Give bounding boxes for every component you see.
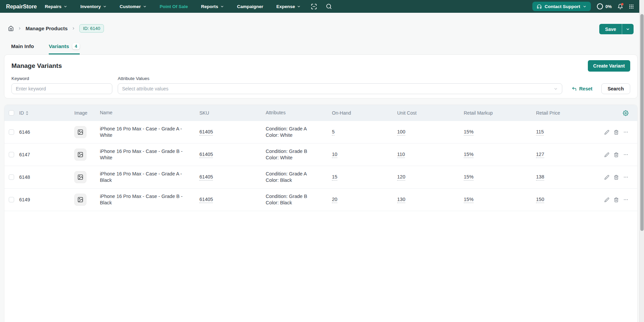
table-body: 6146 iPhone 16 Pro Max - Case - Grade A … bbox=[4, 121, 637, 211]
variant-sku[interactable]: 61405 bbox=[199, 174, 213, 180]
variant-attributes: Condition: Grade A Color: White bbox=[266, 121, 332, 143]
attribute-color: Color: Black bbox=[266, 177, 292, 184]
variant-sku[interactable]: 61405 bbox=[199, 197, 213, 203]
more-button[interactable] bbox=[623, 152, 629, 157]
brand-logo[interactable]: RepairStore bbox=[6, 3, 37, 10]
column-attributes: Attributes bbox=[266, 110, 286, 116]
save-button[interactable]: Save bbox=[599, 24, 622, 34]
variant-image-placeholder[interactable] bbox=[74, 171, 86, 183]
edit-button[interactable] bbox=[604, 175, 609, 180]
on-hand-value[interactable]: 10 bbox=[332, 152, 337, 158]
chevron-down-icon bbox=[626, 27, 630, 31]
unit-cost-value[interactable]: 130 bbox=[397, 197, 405, 203]
delete-button[interactable] bbox=[614, 175, 619, 180]
tab-bar: Main Info Variants 4 bbox=[11, 43, 80, 54]
variant-attributes: Condition: Grade B Color: White bbox=[266, 144, 332, 166]
column-on-hand: On-Hand bbox=[332, 110, 351, 116]
table-row: 6146 iPhone 16 Pro Max - Case - Grade A … bbox=[4, 121, 637, 144]
column-retail-price: Retail Price bbox=[536, 110, 560, 116]
variant-image-placeholder[interactable] bbox=[74, 126, 86, 138]
variant-sku[interactable]: 61405 bbox=[199, 152, 213, 158]
contact-support-button[interactable]: Contact Support bbox=[532, 2, 591, 11]
on-hand-value[interactable]: 15 bbox=[332, 174, 337, 180]
product-id-badge: ID: 6140 bbox=[79, 24, 104, 33]
search-icon[interactable] bbox=[326, 3, 332, 9]
row-checkbox[interactable] bbox=[9, 152, 14, 157]
gear-icon[interactable] bbox=[623, 110, 629, 116]
usage-indicator[interactable]: 0% bbox=[597, 3, 612, 10]
row-checkbox[interactable] bbox=[9, 129, 14, 135]
nav-repairs[interactable]: Repairs bbox=[45, 4, 67, 9]
nav-reports[interactable]: Reports bbox=[201, 4, 224, 9]
image-placeholder-icon bbox=[77, 129, 83, 135]
variant-id: 6149 bbox=[19, 197, 30, 202]
variant-id: 6146 bbox=[19, 129, 30, 135]
attribute-condition: Condition: Grade A bbox=[266, 126, 307, 132]
keyword-label: Keyword bbox=[11, 76, 112, 81]
select-all-checkbox[interactable] bbox=[9, 110, 14, 116]
unit-cost-value[interactable]: 100 bbox=[397, 129, 405, 135]
search-button[interactable]: Search bbox=[601, 83, 630, 94]
delete-button[interactable] bbox=[614, 197, 619, 202]
variant-sku[interactable]: 61405 bbox=[199, 129, 213, 135]
nav-expense[interactable]: Expense bbox=[276, 4, 301, 9]
breadcrumb-manage-products[interactable]: Manage Products bbox=[26, 26, 68, 31]
variant-image-placeholder[interactable] bbox=[74, 194, 86, 206]
variants-count-badge: 4 bbox=[72, 43, 79, 49]
column-image: Image bbox=[74, 110, 87, 116]
edit-button[interactable] bbox=[604, 197, 609, 202]
apps-grid-icon[interactable] bbox=[629, 4, 634, 9]
save-dropdown-button[interactable] bbox=[622, 24, 634, 34]
retail-markup-value[interactable]: 15% bbox=[464, 152, 473, 158]
edit-button[interactable] bbox=[604, 152, 609, 157]
tab-main-info[interactable]: Main Info bbox=[11, 43, 34, 54]
scrollbar-thumb[interactable] bbox=[640, 14, 644, 231]
barcode-scan-icon[interactable] bbox=[311, 3, 317, 10]
headset-icon bbox=[537, 4, 542, 9]
nav-inventory[interactable]: Inventory bbox=[80, 4, 107, 9]
unit-cost-value[interactable]: 110 bbox=[397, 152, 405, 158]
reset-button[interactable]: Reset bbox=[572, 83, 593, 94]
top-navbar: RepairStore Repairs Inventory Customer P… bbox=[0, 0, 644, 13]
chevron-down-icon bbox=[220, 5, 224, 8]
chevron-right-icon bbox=[18, 27, 22, 30]
manage-variants-panel: Manage Variants Create Variant Keyword A… bbox=[4, 54, 638, 98]
notification-badge-dot bbox=[621, 3, 623, 5]
sort-icon[interactable] bbox=[26, 111, 29, 115]
on-hand-value[interactable]: 20 bbox=[332, 197, 337, 203]
page-title: Manage Variants bbox=[11, 62, 62, 70]
nav-campaigner[interactable]: Campaigner bbox=[237, 4, 263, 9]
tab-variants[interactable]: Variants 4 bbox=[49, 43, 80, 54]
nav-customer[interactable]: Customer bbox=[120, 4, 147, 9]
create-variant-button[interactable]: Create Variant bbox=[588, 60, 630, 72]
on-hand-value[interactable]: 5 bbox=[332, 129, 335, 135]
retail-markup-value[interactable]: 15% bbox=[464, 129, 473, 135]
more-button[interactable] bbox=[623, 197, 629, 202]
attribute-values-label: Attribute Values bbox=[118, 76, 562, 81]
delete-button[interactable] bbox=[614, 152, 619, 157]
keyword-input[interactable] bbox=[11, 83, 112, 94]
retail-price-value[interactable]: 127 bbox=[536, 152, 544, 158]
retail-price-value[interactable]: 138 bbox=[536, 174, 544, 180]
retail-markup-value[interactable]: 15% bbox=[464, 197, 473, 203]
retail-markup-value[interactable]: 15% bbox=[464, 174, 473, 180]
row-checkbox[interactable] bbox=[9, 174, 14, 180]
home-icon[interactable] bbox=[8, 26, 14, 31]
more-button[interactable] bbox=[623, 174, 629, 180]
variant-image-placeholder[interactable] bbox=[74, 149, 86, 161]
nav-point-of-sale[interactable]: Point Of Sale bbox=[160, 4, 188, 9]
retail-price-value[interactable]: 115 bbox=[536, 129, 544, 135]
keyword-filter: Keyword bbox=[11, 76, 112, 94]
row-checkbox[interactable] bbox=[9, 197, 14, 202]
more-button[interactable] bbox=[623, 129, 629, 135]
notifications-button[interactable] bbox=[617, 4, 623, 9]
variant-id: 6147 bbox=[19, 152, 30, 157]
attribute-values-select[interactable]: Select attribute values bbox=[118, 83, 562, 94]
chevron-down-icon bbox=[297, 5, 301, 8]
edit-button[interactable] bbox=[604, 130, 609, 135]
delete-button[interactable] bbox=[614, 130, 619, 135]
variant-id: 6148 bbox=[19, 174, 30, 180]
retail-price-value[interactable]: 150 bbox=[536, 197, 544, 203]
chevron-down-icon bbox=[64, 5, 67, 8]
unit-cost-value[interactable]: 120 bbox=[397, 174, 405, 180]
